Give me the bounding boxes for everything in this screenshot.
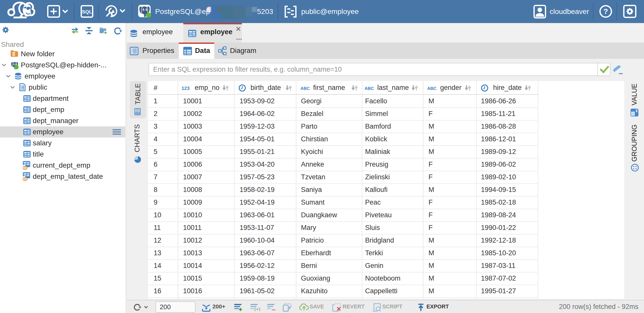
svg-text:(+): (+) [254, 306, 260, 311]
svg-text:?: ? [603, 7, 608, 15]
svg-text:SQL: SQL [82, 9, 92, 14]
